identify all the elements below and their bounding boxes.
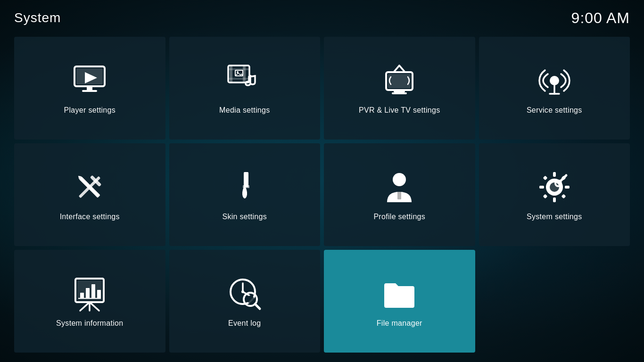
svg-rect-49 (91, 284, 95, 298)
service-icon (536, 62, 573, 99)
svg-line-43 (90, 302, 99, 311)
svg-rect-28 (243, 185, 249, 188)
svg-rect-6 (230, 66, 232, 82)
svg-line-14 (399, 66, 405, 72)
sysinfo-icon (71, 275, 108, 313)
svg-rect-35 (565, 186, 570, 189)
svg-rect-17 (394, 90, 405, 92)
svg-rect-36 (543, 176, 547, 181)
svg-line-58 (255, 304, 260, 309)
pvr-settings-label: PVR & Live TV settings (359, 106, 440, 115)
interface-icon (71, 168, 108, 206)
svg-rect-16 (388, 74, 411, 88)
system-settings-icon (536, 168, 573, 206)
svg-rect-47 (80, 293, 84, 298)
svg-point-19 (550, 76, 559, 85)
skin-icon (226, 168, 264, 206)
tile-media-settings[interactable]: Media settings (169, 37, 321, 140)
svg-line-13 (394, 66, 399, 72)
tile-system-settings[interactable]: System settings (479, 143, 630, 246)
tile-file-manager[interactable]: File manager (324, 250, 475, 353)
svg-rect-33 (553, 197, 556, 202)
svg-rect-18 (392, 92, 407, 94)
profile-icon (380, 168, 418, 206)
svg-rect-27 (244, 172, 248, 187)
interface-settings-label: Interface settings (60, 213, 120, 221)
player-icon (71, 62, 108, 99)
svg-point-29 (393, 173, 406, 186)
tile-profile-settings[interactable]: Profile settings (324, 143, 475, 246)
svg-rect-34 (539, 186, 544, 189)
svg-rect-38 (543, 194, 547, 199)
tile-player-settings[interactable]: Player settings (14, 37, 165, 140)
profile-settings-label: Profile settings (373, 213, 425, 221)
settings-grid: Player settings Media settings (0, 32, 644, 362)
tile-service-settings[interactable]: Service settings (479, 37, 630, 140)
svg-rect-4 (82, 90, 97, 92)
media-icon (226, 62, 264, 99)
time-display: 9:00 AM (571, 9, 630, 27)
svg-rect-48 (86, 288, 90, 298)
svg-rect-50 (97, 290, 101, 298)
tile-event-log[interactable]: Event log (169, 250, 321, 353)
svg-rect-39 (561, 194, 566, 199)
pvr-icon (380, 62, 418, 99)
svg-rect-3 (87, 86, 92, 90)
service-settings-label: Service settings (527, 106, 582, 115)
file-manager-label: File manager (377, 319, 422, 328)
svg-line-12 (249, 76, 255, 77)
svg-point-57 (247, 296, 254, 303)
tile-interface-settings[interactable]: Interface settings (14, 143, 165, 246)
eventlog-icon (226, 275, 264, 313)
tile-pvr-settings[interactable]: PVR & Live TV settings (324, 37, 475, 140)
svg-line-42 (80, 302, 90, 311)
page-title: System (14, 10, 61, 25)
svg-point-31 (550, 182, 559, 192)
skin-settings-label: Skin settings (222, 213, 267, 221)
event-log-label: Event log (228, 319, 261, 328)
tile-skin-settings[interactable]: Skin settings (169, 143, 321, 246)
media-settings-label: Media settings (219, 106, 270, 115)
tile-system-information[interactable]: System information (14, 250, 165, 353)
svg-rect-9 (228, 78, 249, 80)
player-settings-label: Player settings (64, 106, 116, 115)
svg-rect-32 (553, 172, 556, 177)
filemanager-icon (380, 275, 418, 313)
svg-rect-30 (397, 192, 401, 199)
system-information-label: System information (56, 319, 123, 328)
system-settings-label: System settings (527, 213, 582, 221)
